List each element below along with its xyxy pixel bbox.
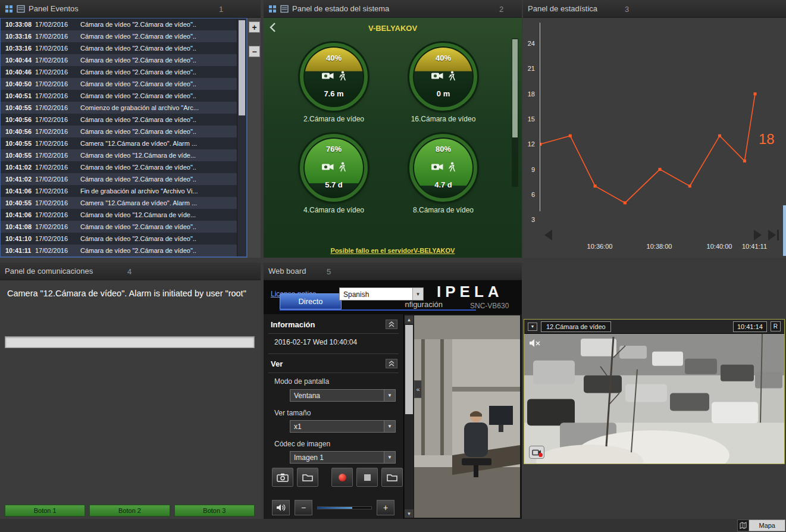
layout-grid-icon[interactable]: [5, 5, 13, 13]
camera-tile-title[interactable]: 12.Cámara de vídeo: [541, 321, 611, 332]
stats-yaxis: 3691215182124: [523, 0, 538, 258]
event-row[interactable]: 10:40:46 17/02/2016 Cámara de vídeo "2.C…: [1, 66, 237, 78]
event-row[interactable]: 10:41:02 17/02/2016 Cámara de vídeo "2.C…: [1, 173, 237, 185]
gauge-value: 5.7 d: [325, 180, 343, 189]
event-row[interactable]: 10:40:56 17/02/2016 Cámara de vídeo "2.C…: [1, 114, 237, 126]
zoom-in-button[interactable]: +: [249, 21, 260, 33]
camera-menu-button[interactable]: ▼: [528, 323, 537, 331]
motion-person-icon: [448, 71, 456, 81]
event-date: 17/02/2016: [35, 21, 80, 28]
collapse-view-button[interactable]: [386, 359, 397, 368]
x-tick-label: 10:36:00: [587, 243, 613, 250]
camera-icon: [431, 71, 444, 80]
events-scrollbar-thumb[interactable]: [239, 20, 245, 115]
webboard-live-video[interactable]: [414, 315, 520, 518]
divider: [268, 333, 399, 334]
camera-tile-12[interactable]: ▼ 12.Cámara de vídeo 10:41:14 R: [524, 319, 785, 464]
status-scrollbar-thumb[interactable]: [512, 39, 518, 137]
event-row[interactable]: 10:40:55 17/02/2016 Comienzo de grabació…: [1, 102, 237, 114]
archive-camera-button[interactable]: [529, 446, 544, 459]
gauge-grid: 40% 7.6 m 2.Cámara de vídeo: [279, 43, 498, 214]
collapse-info-button[interactable]: [386, 320, 397, 329]
collapse-handle-icon[interactable]: «: [414, 380, 422, 398]
event-row[interactable]: 10:33:16 17/02/2016 Cámara de vídeo "2.C…: [1, 42, 237, 54]
boton-3-button[interactable]: Boton 3: [174, 505, 255, 517]
stop-button[interactable]: [356, 468, 378, 487]
event-row[interactable]: 10:40:50 17/02/2016 Cámara de vídeo "2.C…: [1, 78, 237, 90]
event-row[interactable]: 10:41:08 17/02/2016 Cámara de vídeo "2.C…: [1, 221, 237, 233]
volume-up-button[interactable]: +: [377, 500, 394, 515]
divider: [268, 353, 399, 354]
chart-scroll-left-button[interactable]: [544, 230, 552, 240]
gauge-ring: 40% 0 m: [409, 43, 477, 111]
scroll-down-arrow[interactable]: ▼: [405, 509, 414, 518]
layout-list-icon[interactable]: [280, 5, 289, 13]
scroll-up-arrow[interactable]: ▲: [405, 315, 414, 324]
chevron-down-icon[interactable]: ▼: [384, 421, 395, 432]
webboard-scrollbar[interactable]: ▲ ▼: [405, 315, 414, 518]
gauge-percent: 40%: [326, 54, 342, 62]
event-row[interactable]: 10:41:06 17/02/2016 Cámara de vídeo "12.…: [1, 209, 237, 221]
image-codec-select[interactable]: Imagen 1 ▼: [290, 451, 396, 464]
events-scrollbar[interactable]: [237, 18, 246, 256]
event-time: 10:41:06: [1, 211, 35, 218]
event-row[interactable]: 10:40:55 17/02/2016 Camera "12.Cámara de…: [1, 137, 237, 149]
stats-scrollbar[interactable]: [783, 205, 786, 256]
muted-speaker-icon[interactable]: [529, 339, 541, 350]
layout-list-icon[interactable]: [17, 5, 25, 13]
comms-panel-header: Panel de comunicaciones 4: [0, 262, 261, 280]
volume-down-button[interactable]: −: [295, 500, 312, 515]
event-date: 17/02/2016: [35, 128, 80, 135]
snapshot-button[interactable]: [272, 468, 293, 487]
chevron-down-icon[interactable]: ▼: [384, 390, 395, 401]
gauge-value: 7.6 m: [324, 89, 343, 98]
event-row[interactable]: 10:41:02 17/02/2016 Cámara de vídeo "2.C…: [1, 161, 237, 173]
event-row[interactable]: 10:33:16 17/02/2016 Cámara de vídeo "2.C…: [1, 30, 237, 42]
chart-scroll-right-button[interactable]: [754, 230, 762, 240]
chevron-down-icon[interactable]: ▼: [412, 288, 423, 300]
event-row[interactable]: 10:40:55 17/02/2016 Camera "12.Cámara de…: [1, 197, 237, 209]
webboard-scrollbar-thumb[interactable]: [405, 325, 413, 414]
webboard-panel-number: 5: [327, 267, 331, 276]
event-description: Cámara de vídeo "2.Cámara de vídeo"..: [80, 21, 237, 28]
chart-jump-to-end-button[interactable]: [768, 230, 776, 240]
gauge-icons: [321, 71, 346, 81]
server-alert-link[interactable]: Posible fallo en el servidorV-BELYAKOV: [331, 247, 455, 254]
camera-live-video[interactable]: [524, 334, 784, 464]
event-row[interactable]: 10:40:44 17/02/2016 Cámara de vídeo "2.C…: [1, 54, 237, 66]
language-select[interactable]: Spanish ▼: [339, 287, 424, 301]
event-row[interactable]: 10:33:08 17/02/2016 Cámara de vídeo "2.C…: [1, 18, 237, 30]
zoom-out-button[interactable]: −: [249, 46, 260, 57]
chevron-down-icon[interactable]: ▼: [384, 452, 395, 463]
event-row[interactable]: 10:41:11 17/02/2016 Cámara de vídeo "2.C…: [1, 245, 237, 256]
gauge-percent: 80%: [436, 145, 451, 154]
camera-tile-header: ▼ 12.Cámara de vídeo 10:41:14 R: [524, 320, 784, 334]
event-row[interactable]: 10:40:56 17/02/2016 Cámara de vídeo "2.C…: [1, 126, 237, 137]
status-scrollbar[interactable]: [512, 38, 518, 187]
motion-person-icon: [339, 71, 346, 81]
event-description: Cámara de vídeo "2.Cámara de vídeo"..: [80, 92, 237, 99]
chart-jump-to-end-bar[interactable]: [777, 230, 779, 240]
event-row[interactable]: 10:40:51 17/02/2016 Cámara de vídeo "2.C…: [1, 90, 237, 102]
y-tick-label: 9: [531, 166, 535, 173]
tab-configuracion[interactable]: Configuración: [405, 300, 443, 309]
image-codec-value: Imagen 1: [290, 452, 384, 463]
gauge-camera-label: 2.Cámara de vídeo: [283, 115, 384, 123]
record-button[interactable]: [331, 468, 353, 487]
map-button[interactable]: Mapa: [737, 520, 785, 531]
gauge-camera-label: 16.Cámara de vídeo: [393, 115, 494, 123]
volume-slider[interactable]: [317, 503, 372, 512]
record-folder-button[interactable]: [381, 468, 403, 487]
boton-2-button[interactable]: Boton 2: [89, 505, 170, 517]
event-row[interactable]: 10:41:10 17/02/2016 Cámara de vídeo "2.C…: [1, 233, 237, 245]
speaker-button[interactable]: [272, 500, 290, 515]
boton-1-button[interactable]: Boton 1: [5, 505, 85, 517]
event-row[interactable]: 10:41:06 17/02/2016 Fin de grabación al …: [1, 185, 237, 197]
view-size-select[interactable]: x1 ▼: [290, 420, 396, 433]
open-folder-button[interactable]: [297, 468, 318, 487]
screen-mode-select[interactable]: Ventana ▼: [290, 389, 396, 402]
layout-grid-icon[interactable]: [268, 5, 277, 13]
tab-directo[interactable]: Directo: [280, 293, 342, 309]
event-row[interactable]: 10:40:55 17/02/2016 Cámara de vídeo "12.…: [1, 149, 237, 161]
events-panel-header: Panel Eventos 1: [0, 0, 261, 18]
